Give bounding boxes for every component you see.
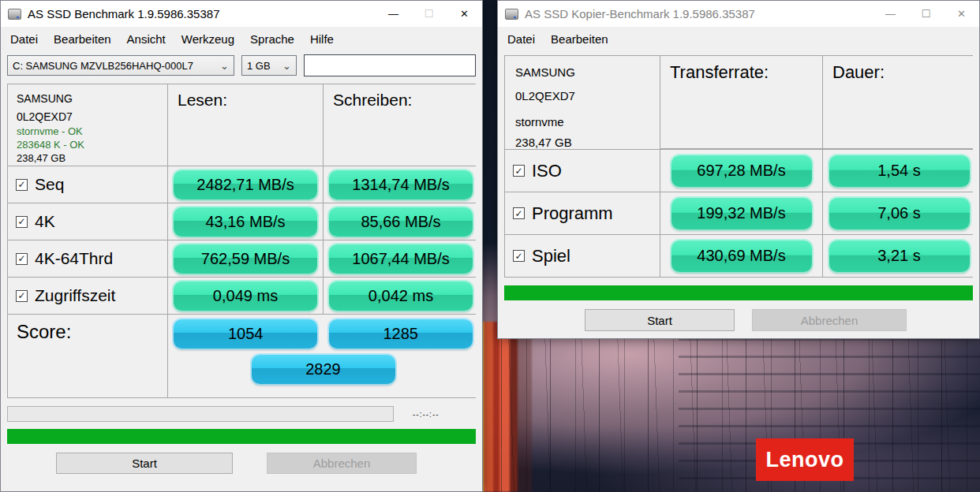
row-programm-label-cell: ✓ Programm — [505, 192, 660, 234]
menubar: Datei Bearbeiten — [498, 27, 979, 51]
device-alignment-status: 283648 K - OK — [17, 139, 167, 151]
menu-datei[interactable]: Datei — [2, 29, 46, 49]
button-row: Start Abbrechen — [1, 453, 482, 474]
close-icon[interactable]: ✕ — [447, 1, 482, 27]
window-title: AS SSD Kopier-Benchmark 1.9.5986.35387 — [525, 7, 873, 20]
checkbox-programm[interactable]: ✓ — [513, 207, 525, 219]
titlebar: AS SSD Kopier-Benchmark 1.9.5986.35387 —… — [498, 1, 979, 27]
device-capacity: 238,47 GB — [17, 152, 167, 164]
chevron-down-icon: ⌄ — [214, 60, 229, 72]
result-pill: 199,32 MB/s — [671, 198, 812, 229]
score-write-pill: 1285 — [329, 319, 473, 348]
start-button[interactable]: Start — [56, 453, 233, 474]
result-pill: 430,69 MB/s — [671, 240, 812, 272]
row-spiel-label-cell: ✓ Spiel — [505, 235, 660, 277]
row-label: Spiel — [532, 246, 570, 266]
menu-bearbeiten[interactable]: Bearbeiten — [543, 29, 616, 49]
column-header-rate: Transferrate: — [660, 56, 822, 148]
maximize-icon[interactable]: ☐ — [411, 1, 447, 27]
row-iso-label-cell: ✓ ISO — [505, 150, 660, 192]
lenovo-logo-text: Lenovo — [765, 448, 843, 472]
menubar: Datei Bearbeiten Ansicht Werkzeug Sprach… — [1, 27, 482, 51]
4k64-read-cell: 762,59 MB/s — [168, 240, 323, 277]
checkbox-iso[interactable]: ✓ — [513, 165, 525, 177]
start-button[interactable]: Start — [585, 309, 735, 331]
row-4k-label-cell: ✓ 4K — [8, 203, 167, 240]
score-total-pill: 2829 — [252, 355, 395, 384]
menu-sprache[interactable]: Sprache — [242, 29, 302, 49]
result-pill: 7,06 s — [829, 198, 970, 229]
checkbox-4k[interactable]: ✓ — [16, 216, 28, 228]
test-size-value: 1 GB — [247, 60, 271, 72]
row-label: ISO — [532, 161, 562, 181]
result-pill: 1067,44 MB/s — [329, 244, 473, 274]
device-vendor: SAMSUNG — [17, 92, 167, 105]
cancel-button[interactable]: Abbrechen — [267, 453, 417, 474]
checkbox-access-time[interactable]: ✓ — [16, 290, 28, 302]
access-write-cell: 0,042 ms — [324, 278, 478, 314]
device-driver-status: stornvme - OK — [17, 125, 167, 137]
comment-input[interactable] — [304, 54, 476, 76]
device-firmware: 0L2QEXD7 — [515, 89, 660, 102]
score-read-pill: 1054 — [174, 319, 317, 348]
window-controls: — ☐ ✕ — [376, 1, 482, 27]
overall-progress-bar — [504, 285, 973, 300]
app-drive-icon — [8, 9, 21, 20]
test-progress-bar — [7, 406, 394, 422]
checkbox-4k64[interactable]: ✓ — [16, 253, 28, 265]
minimize-icon[interactable]: — — [873, 1, 908, 27]
checkbox-spiel[interactable]: ✓ — [513, 250, 525, 262]
row-label: Programm — [532, 203, 613, 224]
menu-werkzeug[interactable]: Werkzeug — [174, 29, 242, 49]
test-size-select[interactable]: 1 GB ⌄ — [241, 55, 297, 76]
device-vendor: SAMSUNG — [515, 65, 660, 79]
menu-bearbeiten[interactable]: Bearbeiten — [46, 29, 119, 49]
result-pill: 1,54 s — [829, 155, 970, 187]
result-pill: 1314,74 MB/s — [329, 170, 473, 199]
iso-duration-cell: 1,54 s — [823, 150, 975, 192]
checkbox-seq[interactable]: ✓ — [16, 179, 28, 191]
score-label: Score: — [8, 315, 167, 397]
lenovo-logo: Lenovo — [756, 438, 854, 481]
button-row: Start Abbrechen — [498, 309, 979, 331]
result-pill: 697,28 MB/s — [671, 155, 812, 187]
menu-ansicht[interactable]: Ansicht — [119, 29, 174, 49]
menu-datei[interactable]: Datei — [499, 29, 543, 49]
close-icon[interactable]: ✕ — [944, 1, 979, 27]
programm-duration-cell: 7,06 s — [823, 192, 975, 234]
row-4k64-label-cell: ✓ 4K-64Thrd — [8, 240, 167, 277]
cancel-button[interactable]: Abbrechen — [752, 309, 907, 331]
result-pill: 85,66 MB/s — [329, 207, 473, 237]
titlebar: AS SSD Benchmark 1.9.5986.35387 — ☐ ✕ — [1, 1, 482, 27]
seq-read-cell: 2482,71 MB/s — [168, 166, 323, 203]
seq-write-cell: 1314,74 MB/s — [324, 166, 478, 203]
progress-row: --:--:-- — [7, 406, 476, 422]
score-subtotals: 1054 1285 — [168, 319, 478, 348]
spiel-duration-cell: 3,21 s — [823, 235, 975, 277]
row-access-label-cell: ✓ Zugriffszeit — [8, 278, 167, 314]
column-header-duration: Dauer: — [823, 56, 975, 148]
iso-rate-cell: 697,28 MB/s — [660, 150, 822, 192]
window-controls: — ☐ ✕ — [873, 1, 979, 27]
menu-hilfe[interactable]: Hilfe — [302, 29, 342, 49]
score-total-row: 2829 — [168, 355, 478, 384]
result-pill: 2482,71 MB/s — [174, 170, 317, 199]
copy-benchmark-window: AS SSD Kopier-Benchmark 1.9.5986.35387 —… — [497, 0, 980, 339]
overall-progress-bar — [7, 429, 476, 444]
result-pill: 0,049 ms — [174, 281, 317, 311]
score-cell: 1054 1285 2829 — [168, 315, 478, 397]
drive-select[interactable]: C: SAMSUNG MZVLB256HAHQ-000L7 ⌄ — [7, 55, 234, 76]
maximize-icon[interactable]: ☐ — [908, 1, 944, 27]
row-label: 4K-64Thrd — [35, 249, 113, 268]
minimize-icon[interactable]: — — [376, 1, 411, 27]
result-pill: 43,16 MB/s — [174, 207, 317, 237]
4k-read-cell: 43,16 MB/s — [168, 203, 323, 240]
benchmark-table: SAMSUNG 0L2QEXD7 stornvme - OK 283648 K … — [7, 84, 476, 398]
chevron-down-icon: ⌄ — [276, 60, 291, 72]
spiel-rate-cell: 430,69 MB/s — [660, 235, 822, 277]
eta-label: --:--:-- — [413, 410, 440, 419]
column-header-write: Schreiben: — [324, 84, 478, 166]
row-label: Seq — [35, 175, 64, 194]
device-info-cell: SAMSUNG 0L2QEXD7 stornvme - OK 283648 K … — [8, 84, 167, 166]
result-pill: 3,21 s — [829, 240, 970, 272]
